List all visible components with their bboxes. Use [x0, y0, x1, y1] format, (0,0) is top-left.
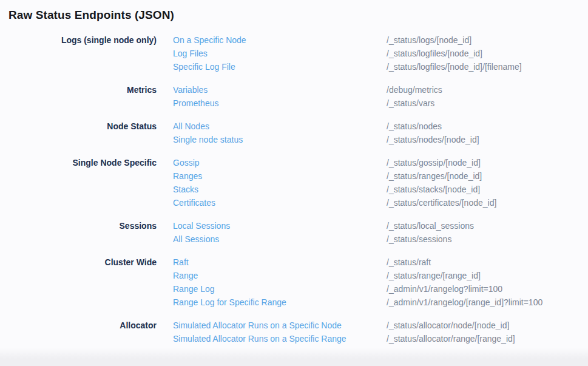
endpoint-path: /_status/raft [387, 256, 431, 269]
section-rows: All Nodes /_status/nodes Single node sta… [173, 120, 479, 146]
endpoint-row: Simulated Allocator Runs on a Specific N… [173, 319, 515, 332]
endpoint-link[interactable]: Log Files [173, 47, 387, 60]
category-label: Node Status [0, 120, 157, 146]
endpoint-link[interactable]: Certificates [173, 196, 387, 209]
endpoint-row: On a Specific Node /_status/logs/[node_i… [173, 33, 522, 47]
endpoint-row: Specific Log File /_status/logfiles/[nod… [173, 60, 522, 73]
endpoint-link[interactable]: On a Specific Node [173, 33, 387, 47]
section-logs: Logs (single node only) On a Specific No… [0, 33, 588, 73]
endpoint-link[interactable]: Range [173, 269, 387, 282]
section-rows: Local Sessions /_status/local_sessions A… [173, 219, 474, 246]
endpoints-table: Logs (single node only) On a Specific No… [0, 33, 588, 345]
endpoint-link[interactable]: Ranges [173, 169, 387, 183]
endpoint-path: /_status/allocator/range/[range_id] [387, 332, 515, 345]
endpoint-row: Certificates /_status/certificates/[node… [173, 196, 496, 209]
section-rows: Raft /_status/raft Range /_status/range/… [173, 256, 542, 309]
endpoint-path: /_status/range/[range_id] [387, 269, 481, 282]
endpoint-path: /_status/logfiles/[node_id]/[filename] [387, 60, 522, 73]
endpoint-link[interactable]: Variables [173, 83, 387, 97]
section-single-node-specific: Single Node Specific Gossip /_status/gos… [0, 156, 588, 209]
page-bottom-gradient [0, 348, 588, 366]
endpoint-link[interactable]: Single node status [173, 133, 387, 146]
endpoint-row: Range /_status/range/[range_id] [173, 269, 542, 282]
section-cluster-wide: Cluster Wide Raft /_status/raft Range /_… [0, 256, 588, 309]
endpoint-link[interactable]: Stacks [173, 183, 387, 196]
endpoint-row: Local Sessions /_status/local_sessions [173, 219, 474, 232]
endpoint-path: /_status/nodes [387, 120, 442, 133]
endpoint-link[interactable]: Specific Log File [173, 60, 387, 73]
endpoint-path: /_status/nodes/[node_id] [387, 133, 479, 146]
endpoint-row: Single node status /_status/nodes/[node_… [173, 133, 479, 146]
endpoint-row: All Sessions /_status/sessions [173, 232, 474, 246]
endpoint-row: Ranges /_status/ranges/[node_id] [173, 169, 496, 183]
endpoint-path: /_status/certificates/[node_id] [387, 196, 496, 209]
category-label: Sessions [0, 219, 157, 246]
endpoint-row: Simulated Allocator Runs on a Specific R… [173, 332, 515, 345]
endpoint-row: Gossip /_status/gossip/[node_id] [173, 156, 496, 169]
endpoint-link[interactable]: Raft [173, 256, 387, 269]
page-title: Raw Status Endpoints (JSON) [8, 8, 588, 22]
endpoint-path: /_status/ranges/[node_id] [387, 169, 482, 183]
endpoint-row: Prometheus /_status/vars [173, 97, 442, 110]
endpoint-row: Variables /debug/metrics [173, 83, 442, 97]
endpoint-path: /_status/vars [387, 97, 434, 110]
endpoint-link[interactable]: Simulated Allocator Runs on a Specific N… [173, 319, 387, 332]
section-metrics: Metrics Variables /debug/metrics Prometh… [0, 83, 588, 110]
endpoint-row: Log Files /_status/logfiles/[node_id] [173, 47, 522, 60]
endpoint-path: /_admin/v1/rangelog/[range_id]?limit=100 [387, 296, 542, 309]
endpoint-row: Stacks /_status/stacks/[node_id] [173, 183, 496, 196]
endpoint-row: All Nodes /_status/nodes [173, 120, 479, 133]
endpoint-link[interactable]: Simulated Allocator Runs on a Specific R… [173, 332, 387, 345]
section-allocator: Allocator Simulated Allocator Runs on a … [0, 319, 588, 345]
endpoint-link[interactable]: Gossip [173, 156, 387, 169]
endpoint-path: /_status/logs/[node_id] [387, 33, 471, 47]
endpoint-path: /_status/local_sessions [387, 219, 474, 232]
endpoint-path: /_status/sessions [387, 232, 451, 246]
section-sessions: Sessions Local Sessions /_status/local_s… [0, 219, 588, 246]
endpoint-row: Range Log /_admin/v1/rangelog?limit=100 [173, 282, 542, 296]
endpoint-link[interactable]: Prometheus [173, 97, 387, 110]
category-label: Logs (single node only) [0, 33, 157, 73]
endpoint-path: /debug/metrics [387, 83, 442, 97]
section-rows: Gossip /_status/gossip/[node_id] Ranges … [173, 156, 496, 209]
section-node-status: Node Status All Nodes /_status/nodes Sin… [0, 120, 588, 146]
endpoint-link[interactable]: Local Sessions [173, 219, 387, 232]
endpoint-path: /_status/logfiles/[node_id] [387, 47, 482, 60]
category-label: Single Node Specific [0, 156, 157, 209]
endpoint-path: /_status/stacks/[node_id] [387, 183, 480, 196]
category-label: Metrics [0, 83, 157, 110]
endpoint-path: /_admin/v1/rangelog?limit=100 [387, 282, 502, 296]
section-rows: Simulated Allocator Runs on a Specific N… [173, 319, 515, 345]
endpoint-link[interactable]: All Nodes [173, 120, 387, 133]
endpoint-row: Raft /_status/raft [173, 256, 542, 269]
endpoint-link[interactable]: Range Log for Specific Range [173, 296, 387, 309]
endpoint-path: /_status/gossip/[node_id] [387, 156, 481, 169]
section-rows: Variables /debug/metrics Prometheus /_st… [173, 83, 442, 110]
endpoint-link[interactable]: All Sessions [173, 232, 387, 246]
endpoint-row: Range Log for Specific Range /_admin/v1/… [173, 296, 542, 309]
endpoint-link[interactable]: Range Log [173, 282, 387, 296]
category-label: Cluster Wide [0, 256, 157, 309]
endpoint-path: /_status/allocator/node/[node_id] [387, 319, 509, 332]
category-label: Allocator [0, 319, 157, 345]
section-rows: On a Specific Node /_status/logs/[node_i… [173, 33, 522, 73]
